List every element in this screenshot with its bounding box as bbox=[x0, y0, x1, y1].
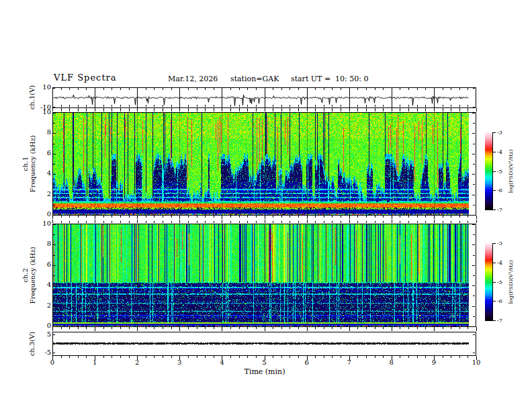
x-tick-label: 1 bbox=[93, 359, 97, 366]
x-tick-label: 3 bbox=[177, 359, 181, 366]
ch1-spectrogram-canvas bbox=[53, 113, 469, 215]
x-tick-label: 9 bbox=[432, 359, 436, 366]
x-tick-label: 2 bbox=[135, 359, 139, 366]
station-label: station=GAK bbox=[230, 75, 279, 83]
ch1-spec-label-line2: Frequency (kHz) bbox=[29, 135, 36, 192]
ch2_spec-y-tick-label: 8 bbox=[30, 240, 51, 247]
x-tick-label: 4 bbox=[220, 359, 224, 366]
ch2-spec-label-line2: Frequency (kHz) bbox=[29, 246, 36, 304]
ch1_spec-y-tick-label: 10 bbox=[30, 108, 51, 116]
ch1-waveform-canvas bbox=[53, 88, 469, 107]
colorbar1-tick-label: -5 bbox=[497, 169, 502, 175]
colorbar1-tick-label: -7 bbox=[497, 207, 502, 213]
ch2_spec-y-tick-label: 4 bbox=[30, 281, 51, 288]
x-tick-label: 10 bbox=[472, 359, 481, 366]
start-ut-label: start UT = 10: 50: 0 bbox=[291, 75, 369, 83]
ch3-wave-y-tick-label: 5 bbox=[30, 330, 51, 338]
ch2_spec-y-tick-label: 10 bbox=[30, 220, 51, 227]
x-tick-label: 0 bbox=[50, 359, 54, 366]
ch1_spec-y-tick-label: 6 bbox=[30, 149, 51, 156]
colorbar2-tick-label: -4 bbox=[497, 260, 502, 266]
vlf-spectra-figure: VLF Spectra Mar.12, 2026 station=GAK sta… bbox=[0, 0, 532, 411]
ch2_spec-y-tick-label: 6 bbox=[30, 261, 51, 268]
colorbar2-tick-label: -5 bbox=[497, 279, 502, 285]
x-tick-label: 7 bbox=[347, 359, 351, 366]
ch1_spec-y-tick-label: 4 bbox=[30, 169, 51, 177]
colorbar1-tick-label: -4 bbox=[497, 149, 502, 155]
ch1-spectrogram-panel bbox=[52, 112, 476, 216]
colorbar-ch1 bbox=[485, 132, 492, 210]
ch2-spectrogram-canvas bbox=[53, 224, 469, 326]
time-axis-label: Time (min) bbox=[245, 367, 285, 376]
figure-date: Mar.12, 2026 bbox=[168, 75, 218, 83]
ch1_spec-y-tick-label: 2 bbox=[30, 190, 51, 197]
colorbar-ch2-unit-label: log(PSD)(V²/Hz) bbox=[508, 260, 514, 304]
x-tick-label: 8 bbox=[390, 359, 394, 366]
ch1-spec-label-line1: ch.1 bbox=[21, 135, 29, 192]
colorbar1-tick-label: -3 bbox=[497, 130, 502, 136]
colorbar-ch2 bbox=[485, 243, 492, 321]
ch3-wave-y-tick-label: -5 bbox=[30, 349, 51, 356]
ch2-spec-label-line1: ch.2 bbox=[21, 246, 29, 304]
colorbar2-tick-label: -6 bbox=[497, 298, 502, 304]
ch1-spectrogram-axis-label: ch.1 Frequency (kHz) bbox=[21, 135, 36, 192]
colorbar1-tick-label: -6 bbox=[497, 187, 502, 193]
ch3-waveform-panel bbox=[52, 332, 476, 356]
colorbar2-tick-label: -7 bbox=[497, 318, 502, 324]
ch2_spec-y-tick-label: 0 bbox=[30, 322, 51, 329]
x-tick-label: 5 bbox=[262, 359, 266, 366]
ch1_spec-y-tick-label: 8 bbox=[30, 128, 51, 136]
colorbar-ch1-unit-label: log(PSD)(V²/Hz) bbox=[508, 149, 514, 193]
ch2-spectrogram-axis-label: ch.2 Frequency (kHz) bbox=[21, 246, 36, 304]
figure-title: VLF Spectra bbox=[54, 73, 117, 83]
ch1_spec-y-tick-label: 0 bbox=[30, 210, 51, 218]
x-tick-label: 6 bbox=[304, 359, 308, 366]
ch2_spec-y-tick-label: 2 bbox=[30, 302, 51, 309]
colorbar2-tick-label: -3 bbox=[497, 240, 502, 246]
ch1-waveform-panel bbox=[52, 87, 476, 108]
ch2-spectrogram-panel bbox=[52, 224, 476, 327]
ch1-wave-y-tick-label: 10 bbox=[30, 83, 51, 91]
ch3-waveform-canvas bbox=[53, 332, 469, 355]
